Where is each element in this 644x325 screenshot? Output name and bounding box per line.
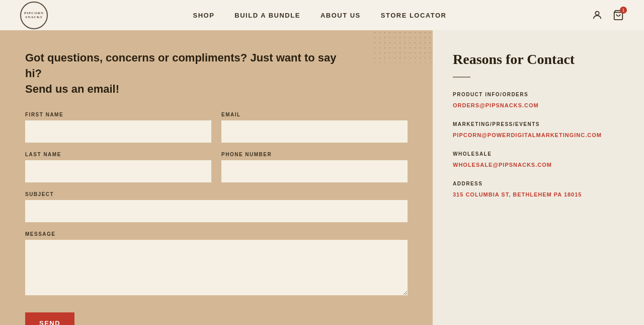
- header-icons: 1: [592, 10, 624, 21]
- send-button[interactable]: SEND: [25, 312, 74, 325]
- svg-point-0: [595, 12, 599, 15]
- account-button[interactable]: [592, 10, 603, 21]
- reason-email[interactable]: 315 COLUMBIA ST, BETHLEHEM PA 18015: [453, 191, 582, 198]
- phone-label: PHONE NUMBER: [221, 152, 408, 157]
- form-row-1: FIRST NAME EMAIL: [25, 112, 408, 143]
- first-name-label: FIRST NAME: [25, 112, 211, 117]
- reason-item: PRODUCT INFO/ORDERSORDERS@PIPSNACKS.COM: [453, 92, 624, 109]
- nav-locator[interactable]: STORE LOCATOR: [381, 12, 447, 19]
- contact-heading: Got questions, concerns or compliments? …: [25, 50, 352, 97]
- reasons-divider: [453, 77, 470, 78]
- form-row-2: LAST NAME PHONE NUMBER: [25, 152, 408, 182]
- phone-group: PHONE NUMBER: [221, 152, 408, 182]
- reasons-section: Reasons for Contact PRODUCT INFO/ORDERSO…: [433, 30, 644, 325]
- reason-category: MARKETING/PRESS/EVENTS: [453, 121, 624, 127]
- message-group: MESSAGE: [25, 231, 408, 295]
- reason-item: MARKETING/PRESS/EVENTSPIPCORN@POWERDIGIT…: [453, 121, 624, 139]
- cart-badge: 1: [620, 7, 627, 14]
- logo[interactable]: PIPCORNSNACKS: [20, 2, 48, 29]
- form-row-4: MESSAGE: [25, 231, 408, 295]
- nav-about[interactable]: ABOUT US: [320, 12, 361, 19]
- phone-input[interactable]: [221, 160, 408, 182]
- subject-input[interactable]: [25, 200, 408, 222]
- reason-email[interactable]: PIPCORN@POWERDIGITALMARKETINGINC.COM: [453, 132, 602, 138]
- reason-category: WHOLESALE: [453, 151, 624, 157]
- contact-section: Got questions, concerns or compliments? …: [0, 30, 433, 325]
- last-name-group: LAST NAME: [25, 152, 211, 182]
- first-name-input[interactable]: [25, 120, 211, 143]
- site-header: PIPCORNSNACKS SHOP BUILD A BUNDLE ABOUT …: [0, 0, 644, 30]
- form-row-3: SUBJECT: [25, 191, 408, 222]
- email-input[interactable]: [221, 120, 408, 143]
- main-nav: SHOP BUILD A BUNDLE ABOUT US STORE LOCAT…: [193, 12, 447, 19]
- nav-bundle[interactable]: BUILD A BUNDLE: [234, 12, 300, 19]
- reasons-heading: Reasons for Contact: [453, 50, 624, 69]
- subject-group: SUBJECT: [25, 191, 408, 222]
- dot-pattern-top: [372, 30, 433, 63]
- reasons-list: PRODUCT INFO/ORDERSORDERS@PIPSNACKS.COMM…: [453, 92, 624, 199]
- nav-shop[interactable]: SHOP: [193, 12, 215, 19]
- reason-category: ADDRESS: [453, 181, 624, 186]
- contact-form: FIRST NAME EMAIL LAST NAME PHON: [25, 112, 408, 325]
- subject-label: SUBJECT: [25, 191, 408, 197]
- message-label: MESSAGE: [25, 231, 408, 237]
- reason-category: PRODUCT INFO/ORDERS: [453, 92, 624, 97]
- reason-item: WHOLESALEWHOLESALE@PIPSNACKS.COM: [453, 151, 624, 169]
- message-input[interactable]: [25, 240, 408, 295]
- email-label: EMAIL: [221, 112, 408, 117]
- email-group: EMAIL: [221, 112, 408, 143]
- logo-text: PIPCORNSNACKS: [24, 11, 44, 20]
- cart-button[interactable]: 1: [613, 10, 624, 21]
- first-name-group: FIRST NAME: [25, 112, 211, 143]
- reason-item: ADDRESS315 COLUMBIA ST, BETHLEHEM PA 180…: [453, 181, 624, 199]
- account-icon: [592, 10, 603, 21]
- reason-email[interactable]: ORDERS@PIPSNACKS.COM: [453, 102, 539, 108]
- last-name-input[interactable]: [25, 160, 211, 182]
- page-wrapper: Got questions, concerns or compliments? …: [0, 30, 644, 325]
- reason-email[interactable]: WHOLESALE@PIPSNACKS.COM: [453, 162, 552, 168]
- logo-circle: PIPCORNSNACKS: [20, 2, 48, 29]
- last-name-label: LAST NAME: [25, 152, 211, 157]
